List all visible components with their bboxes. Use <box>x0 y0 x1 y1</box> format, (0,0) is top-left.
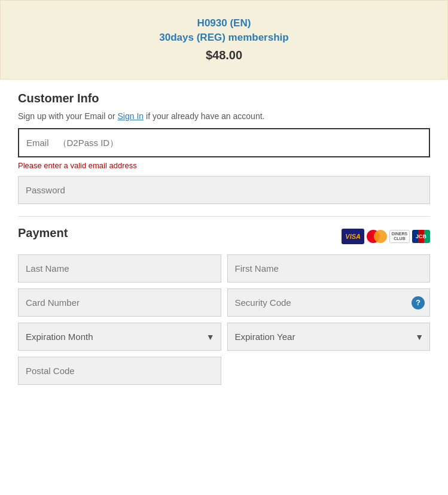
mastercard-icon <box>367 230 387 243</box>
page-container: H0930 (EN) 30days (REG) membership $48.0… <box>0 0 448 415</box>
last-name-wrapper <box>18 254 221 283</box>
card-number-wrapper <box>18 289 221 317</box>
card-security-row: ? <box>18 289 430 317</box>
diners-icon: DINERSCLUB <box>389 230 410 243</box>
customer-info-heading: Customer Info <box>18 92 430 105</box>
password-wrapper <box>18 176 430 204</box>
expiration-year-col: Expiration Year 202420252026202720282029… <box>227 323 431 351</box>
card-number-input[interactable] <box>19 289 221 316</box>
email-error-text: Please enter a valid email address <box>18 161 430 170</box>
email-input[interactable] <box>19 129 429 156</box>
expiration-row: Expiration Month JanuaryFebruaryMarchApr… <box>18 323 430 351</box>
card-icons: VISA DINERSCLUB JCB <box>342 229 430 244</box>
first-name-wrapper <box>227 254 431 283</box>
postal-code-col <box>18 357 221 385</box>
payment-section: Payment VISA DINERSCLUB JCB <box>18 226 430 385</box>
security-code-input[interactable] <box>228 289 412 316</box>
expiration-year-select[interactable]: Expiration Year 202420252026202720282029… <box>228 323 430 350</box>
password-input[interactable] <box>19 177 429 204</box>
payment-heading: Payment <box>18 226 68 240</box>
security-code-help-icon[interactable]: ? <box>412 296 425 309</box>
first-name-input[interactable] <box>228 255 430 282</box>
expiration-year-wrapper: Expiration Year 202420252026202720282029… <box>227 323 431 351</box>
expiration-month-select[interactable]: Expiration Month JanuaryFebruaryMarchApr… <box>19 323 221 350</box>
product-code: H0930 (EN) <box>13 17 435 29</box>
section-divider <box>18 216 430 217</box>
customer-info-section: Customer Info Sign up with your Email or… <box>18 92 430 204</box>
card-number-col <box>18 289 221 317</box>
security-code-col: ? <box>227 289 431 317</box>
email-input-wrapper <box>18 128 430 157</box>
header-banner: H0930 (EN) 30days (REG) membership $48.0… <box>0 0 448 80</box>
signup-text-after: if your already have an account. <box>144 111 264 121</box>
product-price: $48.00 <box>13 48 435 62</box>
postal-row <box>18 357 430 385</box>
mc-right-circle <box>374 230 387 243</box>
payment-header: Payment VISA DINERSCLUB JCB <box>18 226 430 246</box>
first-name-col <box>227 254 431 283</box>
postal-code-wrapper <box>18 357 221 385</box>
expiration-month-col: Expiration Month JanuaryFebruaryMarchApr… <box>18 323 221 351</box>
signup-text-before: Sign up with your Email or <box>18 111 118 121</box>
postal-code-input[interactable] <box>19 357 221 384</box>
content-area: Customer Info Sign up with your Email or… <box>0 92 448 415</box>
name-row <box>18 254 430 283</box>
visa-icon: VISA <box>342 229 364 244</box>
jcb-icon: JCB <box>412 230 430 243</box>
expiration-month-wrapper: Expiration Month JanuaryFebruaryMarchApr… <box>18 323 221 351</box>
diners-text: DINERSCLUB <box>392 232 407 241</box>
security-code-wrapper: ? <box>227 289 431 317</box>
last-name-input[interactable] <box>19 255 221 282</box>
product-name: 30days (REG) membership <box>13 32 435 44</box>
sign-in-link[interactable]: Sign In <box>118 111 144 121</box>
signup-text: Sign up with your Email or Sign In if yo… <box>18 111 430 121</box>
last-name-col <box>18 254 221 283</box>
